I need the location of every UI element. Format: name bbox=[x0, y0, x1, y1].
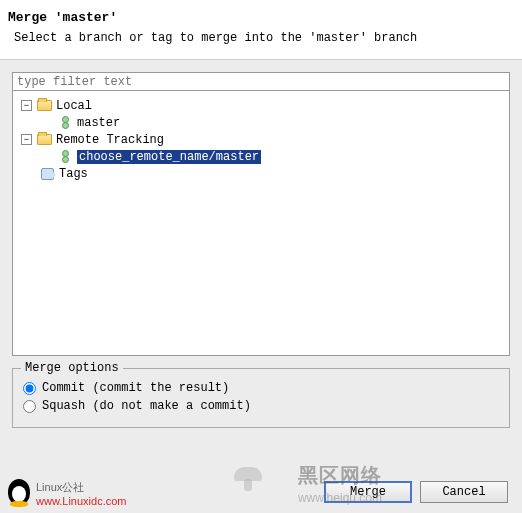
collapse-icon[interactable]: − bbox=[21, 100, 32, 111]
tree-label: master bbox=[77, 116, 120, 130]
tree-label: Remote Tracking bbox=[56, 133, 164, 147]
option-squash-label: Squash (do not make a commit) bbox=[42, 399, 251, 413]
watermark-sub: 公社 bbox=[62, 481, 84, 493]
option-squash[interactable]: Squash (do not make a commit) bbox=[23, 399, 499, 413]
cancel-button[interactable]: Cancel bbox=[420, 481, 508, 503]
tree-node-tags[interactable]: Tags bbox=[17, 165, 505, 182]
tags-icon bbox=[39, 167, 55, 181]
branch-icon bbox=[57, 116, 73, 130]
penguin-icon bbox=[8, 479, 30, 505]
branch-icon bbox=[57, 150, 73, 164]
tree-node-master[interactable]: master bbox=[17, 114, 505, 131]
option-commit-label: Commit (commit the result) bbox=[42, 381, 229, 395]
filter-input[interactable] bbox=[12, 72, 510, 91]
tree-label-selected: choose_remote_name/master bbox=[77, 150, 261, 164]
watermark-url: www.Linuxidc.com bbox=[36, 495, 126, 507]
mushroom-icon bbox=[234, 467, 262, 491]
dialog-subtitle: Select a branch or tag to merge into the… bbox=[8, 31, 514, 45]
tree-node-local[interactable]: − Local bbox=[17, 97, 505, 114]
branch-tree[interactable]: − Local master − Remote Tracking choose_… bbox=[12, 91, 510, 356]
radio-commit[interactable] bbox=[23, 382, 36, 395]
folder-icon bbox=[36, 133, 52, 147]
collapse-icon[interactable]: − bbox=[21, 134, 32, 145]
dialog-header: Merge 'master' Select a branch or tag to… bbox=[0, 0, 522, 60]
tree-node-remote[interactable]: − Remote Tracking bbox=[17, 131, 505, 148]
folder-icon bbox=[36, 99, 52, 113]
tree-node-remote-master[interactable]: choose_remote_name/master bbox=[17, 148, 505, 165]
option-commit[interactable]: Commit (commit the result) bbox=[23, 381, 499, 395]
watermark-title: Linux bbox=[36, 481, 62, 493]
dialog-title: Merge 'master' bbox=[8, 10, 514, 25]
merge-options-legend: Merge options bbox=[21, 361, 123, 375]
watermark-left: Linux公社 www.Linuxidc.com bbox=[8, 477, 126, 507]
tree-label: Tags bbox=[59, 167, 88, 181]
dialog-buttons: Merge Cancel bbox=[324, 481, 508, 503]
merge-options-group: Merge options Commit (commit the result)… bbox=[12, 368, 510, 428]
merge-button[interactable]: Merge bbox=[324, 481, 412, 503]
tree-label: Local bbox=[56, 99, 92, 113]
radio-squash[interactable] bbox=[23, 400, 36, 413]
